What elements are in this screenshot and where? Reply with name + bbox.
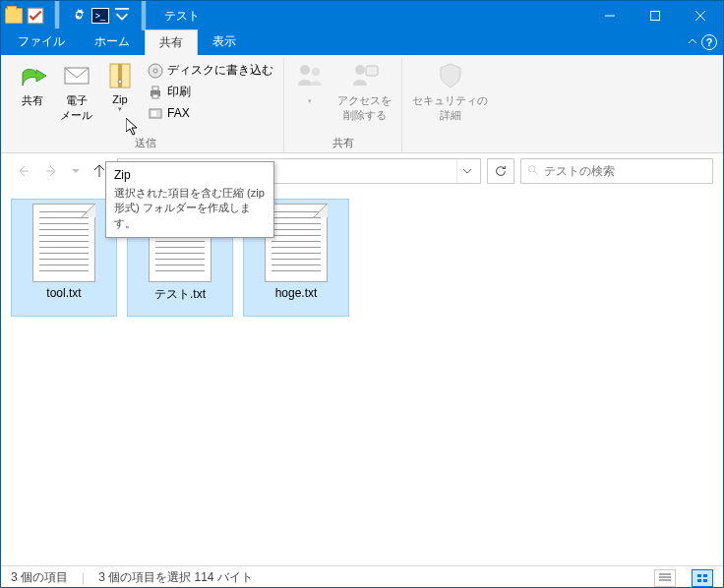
- status-selection: 3 個の項目を選択 114 バイト: [98, 569, 253, 586]
- ribbon-group-send: 共有 電子 メール Zip ▾ ディスクに書き込む 印刷: [7, 58, 284, 152]
- svg-rect-29: [697, 579, 701, 582]
- tab-home[interactable]: ホーム: [80, 29, 145, 55]
- printer-icon: [148, 85, 163, 100]
- gear-icon[interactable]: [70, 7, 88, 25]
- powershell-icon[interactable]: >_: [91, 7, 109, 25]
- collapse-ribbon-icon[interactable]: [688, 35, 697, 49]
- tab-file[interactable]: ファイル: [3, 29, 80, 55]
- svg-point-20: [355, 65, 365, 75]
- tooltip-title: Zip: [114, 168, 266, 182]
- search-input[interactable]: [544, 164, 706, 178]
- statusbar: 3 個の項目 | 3 個の項目を選択 114 バイト: [1, 565, 723, 588]
- svg-point-22: [529, 166, 535, 172]
- checkbox-icon[interactable]: [27, 7, 44, 25]
- qat-dropdown-icon[interactable]: [113, 7, 131, 25]
- disc-icon: [148, 63, 163, 79]
- svg-point-12: [153, 69, 157, 73]
- svg-point-10: [118, 80, 122, 84]
- file-item[interactable]: tool.txt: [11, 199, 117, 317]
- svg-rect-4: [651, 12, 660, 21]
- share-button[interactable]: 共有: [11, 58, 54, 110]
- address-history-dropdown[interactable]: [456, 159, 476, 183]
- svg-rect-27: [697, 574, 701, 577]
- ribbon: 共有 電子 メール Zip ▾ ディスクに書き込む 印刷: [1, 55, 723, 153]
- close-button[interactable]: [678, 1, 723, 30]
- back-button[interactable]: [11, 159, 34, 183]
- svg-rect-14: [152, 87, 158, 90]
- svg-line-23: [534, 171, 538, 175]
- recent-dropdown[interactable]: [70, 159, 82, 183]
- burn-disc-button[interactable]: ディスクに書き込む: [146, 60, 275, 81]
- tooltip: Zip 選択された項目を含む圧縮 (zip 形式) フォルダーを作成します。: [105, 161, 274, 238]
- folder-icon: [5, 7, 23, 25]
- svg-rect-15: [152, 94, 158, 98]
- security-details-button: セキュリティの 詳細: [406, 58, 494, 125]
- svg-rect-21: [366, 66, 378, 76]
- print-button[interactable]: 印刷: [146, 82, 275, 102]
- details-view-button[interactable]: [654, 569, 676, 587]
- qat-separator: [135, 7, 152, 25]
- zip-button[interactable]: Zip ▾: [98, 58, 142, 115]
- svg-rect-30: [703, 579, 707, 582]
- svg-point-19: [312, 68, 320, 76]
- maximize-button[interactable]: [633, 1, 678, 30]
- titlebar: >_ テスト: [1, 1, 723, 30]
- forward-button[interactable]: [40, 159, 64, 183]
- email-button[interactable]: 電子 メール: [54, 58, 98, 125]
- status-item-count: 3 個の項目: [11, 569, 68, 586]
- tab-view[interactable]: 表示: [198, 29, 251, 55]
- svg-rect-17: [151, 111, 156, 116]
- window-title: テスト: [164, 8, 200, 25]
- minimize-button[interactable]: [587, 1, 633, 30]
- ribbon-group-share: ▾ アクセスを 削除する 共有: [284, 58, 402, 152]
- ribbon-tabs: ファイル ホーム 共有 表示 ?: [1, 30, 723, 55]
- file-list[interactable]: tool.txt テスト.txt hoge.txt: [1, 189, 723, 565]
- refresh-button[interactable]: [487, 158, 514, 184]
- chevron-down-icon: ▾: [118, 105, 122, 113]
- icons-view-button[interactable]: [692, 569, 713, 587]
- svg-point-18: [300, 65, 310, 75]
- text-file-icon: [32, 204, 95, 282]
- search-icon: [527, 164, 540, 178]
- fax-button[interactable]: FAX: [146, 103, 275, 123]
- tooltip-description: 選択された項目を含む圧縮 (zip 形式) フォルダーを作成します。: [114, 186, 266, 231]
- remove-access-button: アクセスを 削除する: [332, 58, 397, 125]
- ribbon-group-security: セキュリティの 詳細: [402, 58, 498, 152]
- share-people-button: ▾: [288, 58, 332, 107]
- qat-separator: [48, 7, 66, 25]
- fax-icon: [148, 105, 163, 121]
- search-box[interactable]: [520, 158, 713, 184]
- svg-rect-28: [703, 574, 707, 577]
- help-button[interactable]: ?: [701, 34, 717, 50]
- tab-share[interactable]: 共有: [145, 29, 198, 55]
